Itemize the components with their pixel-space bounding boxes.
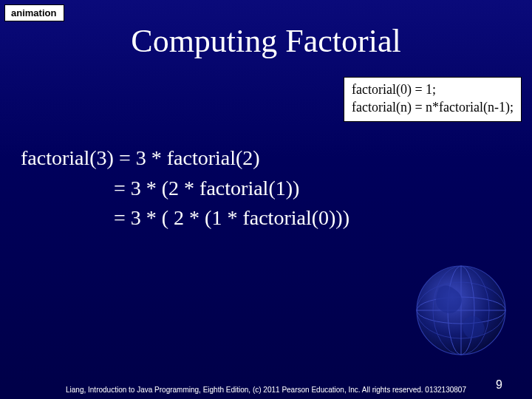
derivation-block: factorial(3) = 3 * factorial(2) = 3 * (2…: [21, 143, 349, 233]
animation-badge: animation: [4, 4, 64, 21]
page-number: 9: [496, 378, 502, 392]
derivation-line-3: = 3 * ( 2 * (1 * factorial(0))): [21, 206, 349, 229]
animation-badge-label: animation: [11, 7, 56, 18]
footer-citation: Liang, Introduction to Java Programming,…: [0, 386, 532, 395]
svg-point-4: [433, 266, 489, 355]
derivation-line-1: factorial(3) = 3 * factorial(2): [21, 146, 260, 169]
slide-title: Computing Factorial: [0, 22, 532, 60]
rule-base-case: factorial(0) = 1;: [352, 81, 514, 98]
svg-point-0: [417, 266, 505, 355]
recursion-rules-box: factorial(0) = 1; factorial(n) = n*facto…: [344, 77, 522, 122]
svg-point-3: [448, 266, 474, 355]
rule-recursive-case: factorial(n) = n*factorial(n-1);: [352, 98, 514, 116]
globe-icon: [409, 259, 513, 362]
derivation-line-2: = 3 * (2 * factorial(1)): [21, 177, 299, 200]
svg-point-1: [417, 297, 505, 324]
svg-point-2: [417, 282, 505, 338]
